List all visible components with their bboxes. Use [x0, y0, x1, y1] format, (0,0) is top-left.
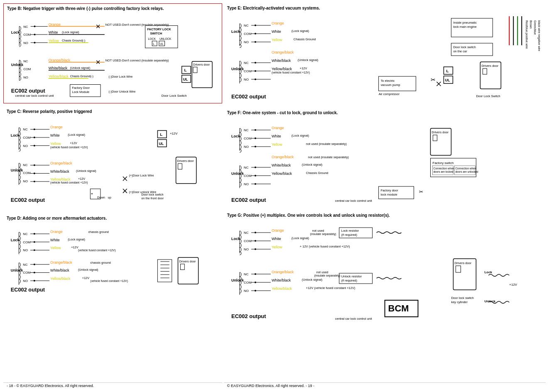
svg-point-188 [255, 70, 256, 72]
svg-text:(Lock signal): (Lock signal) [292, 134, 309, 137]
right-column: Type E: Electrically-activated vacuum sy… [224, 3, 546, 389]
svg-text:Drivers door: Drivers door [177, 159, 194, 163]
type-d-diagram: Type D: Adding one or more aftermarket a… [3, 213, 222, 298]
svg-text:Inside pneumatic: Inside pneumatic [453, 21, 477, 24]
svg-text:EC002 output: EC002 output [231, 197, 266, 203]
svg-point-75 [34, 137, 35, 138]
svg-text:LOCK: LOCK [148, 37, 156, 40]
svg-text:Orange/black: Orange/black [272, 50, 294, 54]
svg-text:EC002 output: EC002 output [11, 88, 46, 94]
svg-text:NO: NO [23, 41, 28, 45]
svg-text:Yellow: Yellow [272, 38, 282, 42]
svg-text:EC002 output: EC002 output [11, 287, 45, 293]
svg-text:NO: NO [23, 179, 28, 183]
svg-text:NC: NC [23, 25, 28, 29]
svg-text:+ 12V (vehicle fused constant : + 12V (vehicle fused constant +12V) [300, 245, 350, 248]
svg-point-89 [34, 181, 35, 182]
svg-text:COM: COM [244, 32, 252, 36]
svg-text:Drivers door: Drivers door [179, 260, 196, 263]
svg-text:NO: NO [23, 248, 28, 252]
svg-text:NC: NC [244, 272, 249, 276]
svg-text:✂: ✂ [430, 76, 435, 83]
svg-text:Lock: Lock [231, 134, 240, 138]
svg-text:lock module: lock module [380, 193, 397, 196]
svg-text:Drivers door: Drivers door [454, 261, 471, 265]
svg-text:+12V: +12V [509, 283, 517, 287]
svg-text:FACTORY LOCK: FACTORY LOCK [147, 27, 172, 31]
svg-point-251 [255, 175, 256, 176]
svg-text:NO: NO [244, 289, 249, 293]
svg-rect-156 [157, 260, 172, 282]
svg-text:White: White [49, 30, 58, 34]
type-f-title: Type F: One-wire system - cut to lock, g… [227, 110, 542, 115]
svg-text:NC: NC [244, 24, 249, 27]
svg-text:Orange/black: Orange/black [49, 58, 71, 62]
svg-text:White: White [272, 29, 281, 34]
svg-text:(Unlock signal): (Unlock signal) [298, 58, 319, 62]
svg-text:Orange: Orange [272, 126, 284, 130]
svg-point-73 [34, 128, 35, 130]
svg-text:(-)Door Lock Wire: (-)Door Lock Wire [109, 75, 133, 78]
svg-text:NC: NC [244, 231, 249, 235]
svg-text:White/black: White/black [50, 268, 69, 272]
svg-text:Drivers door: Drivers door [193, 63, 210, 66]
type-e-svg: Lock NC COM NO Unlock NC COM NO [227, 12, 542, 101]
svg-text:lock main engine: lock main engine [453, 25, 476, 29]
svg-text:White: White [50, 238, 60, 242]
svg-text:(insulate separately): (insulate separately) [310, 233, 336, 236]
svg-text:Orange: Orange [272, 228, 284, 233]
svg-text:not used (insulate separately): not used (insulate separately) [308, 155, 349, 159]
svg-text:Unlock: Unlock [11, 268, 23, 272]
svg-text:black wire negative wire: black wire negative wire [537, 20, 541, 51]
svg-text:L: L [160, 132, 162, 137]
svg-text:White/black: White/black [49, 66, 68, 70]
svg-point-253 [255, 183, 256, 185]
svg-text:NO: NO [23, 279, 28, 283]
svg-text:Chasis Ground(-): Chasis Ground(-) [70, 74, 93, 78]
type-b-diagram: Type B: Negative trigger with three-wire… [3, 3, 222, 103]
svg-text:UL: UL [160, 42, 164, 45]
type-b-title: Type B: Negative trigger with three-wire… [7, 6, 218, 11]
svg-text:Yellow: Yellow [272, 245, 282, 249]
svg-text:Lock resistor: Lock resistor [341, 229, 359, 233]
svg-point-145 [34, 280, 35, 282]
svg-point-240 [255, 137, 256, 139]
svg-text:COM: COM [244, 174, 252, 178]
svg-point-177 [255, 33, 256, 34]
svg-text:Lock Module: Lock Module [72, 90, 90, 94]
svg-text:NO: NO [244, 40, 249, 44]
svg-text:NO: NO [244, 145, 249, 149]
svg-text:BCM: BCM [388, 303, 409, 314]
svg-point-13 [34, 34, 36, 35]
svg-point-130 [34, 241, 35, 243]
type-e-diagram: Type E: Electrically-activated vacuum sy… [224, 3, 546, 105]
svg-text:NO: NO [244, 247, 249, 251]
svg-text:EC002 output: EC002 output [11, 197, 45, 203]
svg-text:EC002 output: EC002 output [231, 313, 266, 319]
svg-text:key cylinder: key cylinder [451, 300, 468, 304]
right-footer: © EASYGUARD Electronics. All right reser… [224, 382, 546, 389]
svg-text:+12V (vehicle fused constant +: +12V (vehicle fused constant +12V) [306, 286, 355, 290]
type-d-svg: Lock NC COM NO Unlock NC COM NO [7, 222, 219, 295]
svg-point-87 [34, 173, 35, 174]
svg-text:✂: ✂ [419, 189, 423, 195]
svg-text:UL: UL [445, 78, 450, 82]
svg-text:White/black: White/black [272, 59, 291, 63]
svg-text:+12V: +12V [70, 141, 77, 145]
svg-text:COM: COM [244, 69, 252, 73]
svg-text:(Unlock signal): (Unlock signal) [302, 163, 323, 167]
svg-text:up: up [108, 196, 111, 199]
svg-text:chassis ground: chassis ground [88, 230, 109, 234]
svg-point-179 [255, 41, 256, 43]
svg-text:Brown: Brown [529, 20, 532, 29]
svg-text:(if required): (if required) [341, 233, 357, 237]
svg-text:(-)Door Unlock Wire: (-)Door Unlock Wire [109, 90, 136, 93]
svg-text:Factory door: Factory door [380, 189, 398, 192]
svg-text:White: White [50, 133, 60, 137]
svg-text:(if required): (if required) [341, 279, 357, 282]
svg-text:Factory switch: Factory switch [432, 161, 453, 165]
left-footer: - 18 - © EASYGUARD Electronics. All righ… [3, 382, 222, 389]
svg-text:Orange: Orange [272, 21, 284, 25]
svg-text:(vehicle fused constant +12V): (vehicle fused constant +12V) [50, 181, 88, 184]
svg-text:(+)Door Lock Wire: (+)Door Lock Wire [129, 174, 154, 177]
